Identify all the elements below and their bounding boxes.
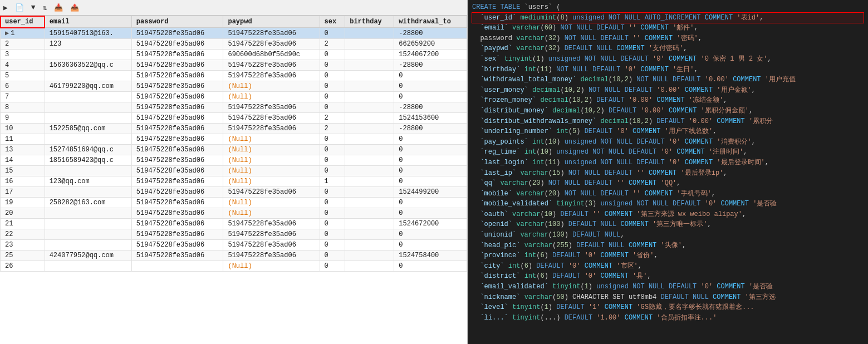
cell-birthday [345,240,394,250]
cell-password: 519475228fe35ad06 [131,50,223,60]
cell-birthday [345,176,394,187]
table-row[interactable]: 115915407513@163.519475228fe35ad06519475… [1,28,467,39]
cell-withdrawal_to: 0 [394,134,467,145]
cell-email: 424077952@qq.com [45,250,131,261]
data-table: user_id email password paypwd sex birthd… [0,16,467,272]
table-row[interactable]: 9519475228fe35ad06519475228fe35ad0621524… [1,113,467,124]
table-row[interactable]: 6461799220@qq.com519475228fe35ad06(Null)… [1,81,467,92]
start-transaction-icon: ▶ [3,3,8,12]
cell-birthday [345,250,394,261]
cell-email: 15636363522@qq.c [45,60,131,71]
cell-paypwd: (Null) [223,155,320,166]
cell-withdrawal_to: -28800 [394,28,467,39]
table-row[interactable]: 415636363522@qq.c519475228fe35ad06519475… [1,60,467,71]
cell-sex: 0 [320,198,345,208]
table-row[interactable]: 2123519475228fe35ad06519475228fe35ad0626… [1,39,467,50]
cell-withdrawal_to: 0 [394,155,467,166]
cell-withdrawal_to: 1524499200 [394,187,467,198]
cell-user_id: 17 [1,187,45,198]
col-header-paypwd[interactable]: paypwd [223,16,320,28]
table-row[interactable]: 1418516589423@qq.c519475228fe35ad06(Null… [1,155,467,166]
col-header-password[interactable]: password [131,16,223,28]
table-row[interactable]: 25424077952@qq.com519475228fe35ad0651947… [1,250,467,261]
cell-paypwd: 519475228fe35ad06 [223,229,320,240]
table-row[interactable]: 22519475228fe35ad06519475228fe35ad0600 [1,229,467,240]
cell-password: 519475228fe35ad06 [131,145,223,155]
cell-withdrawal_to: 0 [394,71,467,81]
cell-email [45,208,131,219]
cell-birthday [345,28,394,39]
cell-password: 519475228fe35ad06 [131,166,223,176]
cell-sex: 0 [320,250,345,261]
table-row[interactable]: 8519475228fe35ad06519475228fe35ad060-288… [1,102,467,113]
start-transaction-btn[interactable]: ▶ [3,3,9,12]
export-btn[interactable]: 📤 [70,3,81,12]
cell-paypwd: 690600d68b0f56d90c [223,50,320,60]
table-row[interactable]: 23519475228fe35ad06519475228fe35ad0600 [1,240,467,250]
cell-birthday [345,71,394,81]
cell-email [45,187,131,198]
col-header-user_id[interactable]: user_id [1,16,45,28]
table-row[interactable]: 101522585@qq.com519475228fe35ad065194752… [1,124,467,134]
cell-birthday [345,113,394,124]
cell-paypwd: (Null) [223,208,320,219]
cell-sex: 0 [320,219,345,229]
cell-user_id: 7 [1,92,45,102]
cell-paypwd: (Null) [223,198,320,208]
cell-user_id: 22 [1,229,45,240]
table-row[interactable]: 17519475228fe35ad06519475228fe35ad060152… [1,187,467,198]
import-btn[interactable]: 📥 [54,3,65,12]
cell-password: 519475228fe35ad06 [131,134,223,145]
table-row[interactable]: 16123@qq.com519475228fe35ad06(Null)10 [1,176,467,187]
cell-withdrawal_to: 0 [394,92,467,102]
cell-password: 519475228fe35ad06 [131,81,223,92]
col-header-birthday[interactable]: birthday [345,16,394,28]
text-btn[interactable]: 📄 [15,3,26,12]
col-header-sex[interactable]: sex [320,16,345,28]
cell-sex: 0 [320,60,345,71]
table-row[interactable]: 15519475228fe35ad06(Null)00 [1,166,467,176]
cell-email [45,50,131,60]
cell-password: 519475228fe35ad06 [131,187,223,198]
cell-user_id: 13 [1,145,45,155]
table-row[interactable]: 21519475228fe35ad06519475228fe35ad060152… [1,219,467,229]
cell-withdrawal_to: -28800 [394,124,467,134]
cell-paypwd: (Null) [223,145,320,155]
cell-paypwd: 519475228fe35ad06 [223,219,320,229]
cell-user_id: 3 [1,50,45,60]
cell-sex: 0 [320,240,345,250]
cell-birthday [345,187,394,198]
cell-password: 519475228fe35ad06 [131,113,223,124]
data-table-container[interactable]: user_id email password paypwd sex birthd… [0,16,467,344]
table-row[interactable]: 5519475228fe35ad06519475228fe35ad0600 [1,71,467,81]
cell-paypwd: (Null) [223,261,320,272]
cell-paypwd: 519475228fe35ad06 [223,71,320,81]
cell-paypwd: 519475228fe35ad06 [223,113,320,124]
col-header-email[interactable]: email [45,16,131,28]
cell-user_id: 10 [1,124,45,134]
cell-paypwd: 519475228fe35ad06 [223,240,320,250]
table-row[interactable]: 11519475228fe35ad06(Null)00 [1,134,467,145]
cell-user_id: 9 [1,113,45,124]
sort-btn[interactable]: ⇅ [43,3,49,12]
cell-user_id: 15 [1,166,45,176]
cell-paypwd: (Null) [223,92,320,102]
cell-withdrawal_to: -28800 [394,60,467,71]
cell-sex: 0 [320,50,345,60]
cell-paypwd: 519475228fe35ad06 [223,28,320,39]
cell-sex: 0 [320,134,345,145]
cell-sex: 0 [320,28,345,39]
table-row[interactable]: 19258282@163.com519475228fe35ad06(Null)0… [1,198,467,208]
table-row[interactable]: 3519475228fe35ad06690600d68b0f56d90c0152… [1,50,467,60]
table-row[interactable]: 7519475228fe35ad06(Null)00 [1,92,467,102]
table-row[interactable]: 20519475228fe35ad06(Null)00 [1,208,467,219]
table-row[interactable]: 1315274851694@qq.c519475228fe35ad06(Null… [1,145,467,155]
cell-email: 15274851694@qq.c [45,145,131,155]
table-row[interactable]: 26(Null)00 [1,261,467,272]
cell-sex: 0 [320,71,345,81]
cell-birthday [345,124,394,134]
filter-btn[interactable]: ▼ [31,3,37,12]
cell-password: 519475228fe35ad06 [131,71,223,81]
col-header-withdrawal_to[interactable]: withdrawal_to [394,16,467,28]
toolbar: ▶ 📄 ▼ ⇅ 📥 📤 [0,0,467,16]
